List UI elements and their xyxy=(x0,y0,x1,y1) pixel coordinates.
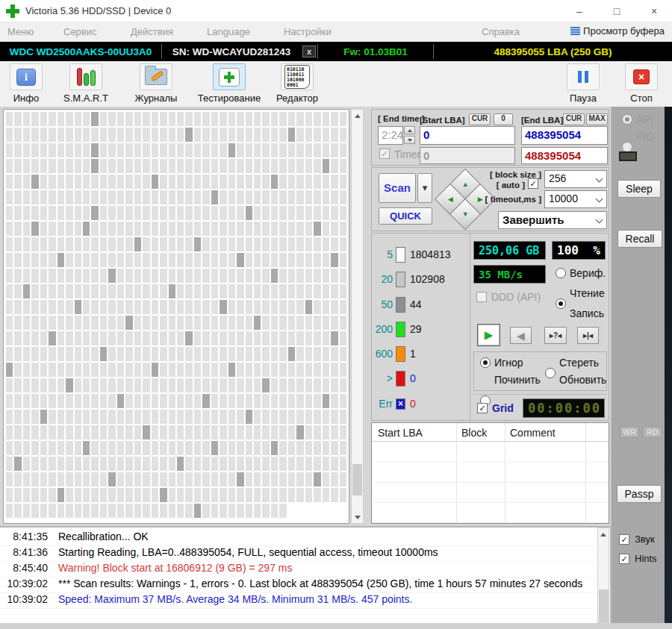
read-radio[interactable] xyxy=(556,298,566,309)
block-cell xyxy=(100,363,107,377)
block-cell xyxy=(271,284,278,298)
smart-button[interactable]: S.M.A.R.T xyxy=(60,63,112,104)
editor-button[interactable]: 0101101100111010000001 Редактор xyxy=(270,63,324,104)
block-cell xyxy=(305,316,312,330)
play-back-button[interactable]: ◀ xyxy=(510,327,532,344)
hints-checkbox[interactable] xyxy=(619,554,629,564)
scroll-up-icon[interactable] xyxy=(352,110,363,122)
block-cell xyxy=(160,206,167,220)
menu-settings[interactable]: Настройки xyxy=(284,26,332,37)
block-cell xyxy=(211,410,218,424)
auto-checkbox[interactable] xyxy=(528,178,538,189)
block-cell xyxy=(331,457,337,471)
block-cell xyxy=(143,175,149,189)
play-forward-button[interactable]: ▶ xyxy=(477,324,500,346)
scan-button[interactable]: Scan xyxy=(379,173,416,203)
quick-button[interactable]: QUICK xyxy=(379,207,432,225)
end-time-spin-down[interactable] xyxy=(404,136,415,144)
info-button[interactable]: i Инфо xyxy=(6,63,46,104)
menu-service[interactable]: Сервис xyxy=(63,26,97,37)
start-lba-input[interactable]: 0 xyxy=(420,126,515,145)
block-cell xyxy=(143,300,149,314)
block-cell xyxy=(100,457,107,471)
block-cell xyxy=(152,410,158,424)
menu-actions[interactable]: Действия xyxy=(131,26,173,37)
end-lba-max-button[interactable]: MAX xyxy=(586,113,608,125)
map-scrollbar[interactable] xyxy=(351,109,364,524)
ddd-checkbox[interactable] xyxy=(476,292,487,302)
block-cell xyxy=(125,488,132,502)
end-lba-input-2[interactable]: 488395054 xyxy=(521,147,608,164)
seek-question-button[interactable]: ▸?◂ xyxy=(544,327,567,344)
passp-button[interactable]: Passp xyxy=(617,485,662,503)
pio-radio[interactable] xyxy=(622,142,632,152)
log-scrollbar[interactable] xyxy=(597,528,609,623)
start-lba-input-2[interactable]: 0 xyxy=(420,147,515,164)
block-cell xyxy=(57,394,64,408)
timeout-select[interactable]: 10000 xyxy=(544,190,607,208)
block-cell xyxy=(331,488,337,502)
pause-button[interactable]: Пауза xyxy=(560,63,606,104)
scroll-down-icon[interactable] xyxy=(352,511,363,523)
erase-radio[interactable] xyxy=(545,368,556,378)
block-cell xyxy=(23,410,30,424)
end-time-field[interactable]: 2:24 xyxy=(378,126,403,145)
end-action-select[interactable]: Завершить xyxy=(498,211,607,229)
recall-button[interactable]: Recall xyxy=(617,230,662,248)
end-time-spin-up[interactable] xyxy=(404,126,415,134)
block-cell xyxy=(202,206,209,220)
rd-button[interactable]: RD xyxy=(643,426,662,438)
device-capacity: 488395055 LBA (250 GB) xyxy=(434,46,672,57)
scan-dropdown-button[interactable]: ▾ xyxy=(417,173,432,203)
block-cell xyxy=(75,410,81,424)
victoria-app-window: Victoria 5.36 HDD/SSD | Device 0 – □ × М… xyxy=(0,0,672,629)
block-cell xyxy=(23,331,30,345)
block-cell xyxy=(331,394,337,408)
block-cell xyxy=(288,363,295,377)
maximize-button[interactable]: □ xyxy=(601,0,632,22)
start-lba-zero-button[interactable]: 0 xyxy=(494,113,513,125)
log-scrollbar-thumb[interactable] xyxy=(599,589,609,622)
close-button[interactable]: × xyxy=(638,0,670,22)
grid-checkbox[interactable] xyxy=(477,403,488,413)
menu-main[interactable]: Меню xyxy=(7,26,34,37)
block-cell xyxy=(134,112,141,126)
start-lba-cur-button[interactable]: CUR xyxy=(469,113,491,125)
end-lba-input[interactable]: 488395054 xyxy=(521,126,608,145)
block-cell xyxy=(49,300,55,314)
testing-button[interactable]: Тестирование xyxy=(191,63,267,104)
block-cell xyxy=(160,190,167,204)
journals-button[interactable]: Журналы xyxy=(127,63,185,104)
block-cell xyxy=(31,253,38,267)
seek-end-button[interactable]: ▸|◂ xyxy=(577,327,599,344)
scroll-up-icon[interactable] xyxy=(598,528,609,540)
ignore-radio[interactable] xyxy=(480,357,491,368)
block-cell xyxy=(314,378,320,392)
block-cell xyxy=(66,300,72,314)
menu-help[interactable]: Справка xyxy=(482,26,520,37)
block-cell xyxy=(254,253,261,267)
minimize-button[interactable]: – xyxy=(564,0,595,22)
timer-checkbox[interactable] xyxy=(379,148,390,159)
sleep-button[interactable]: Sleep xyxy=(617,180,661,198)
end-lba-cur-button[interactable]: CUR xyxy=(563,113,585,125)
block-cell xyxy=(49,237,55,251)
block-cell xyxy=(125,347,132,361)
api-radio[interactable] xyxy=(622,114,632,125)
block-cell xyxy=(169,128,175,142)
buffer-view-button[interactable]: Просмотр буфера xyxy=(570,25,665,37)
block-cell xyxy=(49,331,55,345)
block-cell xyxy=(100,143,107,157)
block-cell xyxy=(100,347,107,361)
device-close-button[interactable]: x xyxy=(302,46,316,57)
map-scrollbar-thumb[interactable] xyxy=(352,464,362,495)
verify-radio[interactable] xyxy=(556,268,566,278)
block-size-select[interactable]: 256 xyxy=(544,170,607,188)
block-cell xyxy=(91,394,98,408)
block-cell xyxy=(202,143,209,157)
stop-button[interactable]: × Стоп xyxy=(618,63,665,104)
wr-button[interactable]: WR xyxy=(620,426,639,438)
menu-language[interactable]: Language xyxy=(207,26,250,37)
block-cell xyxy=(169,237,175,251)
sound-checkbox[interactable] xyxy=(619,534,629,545)
